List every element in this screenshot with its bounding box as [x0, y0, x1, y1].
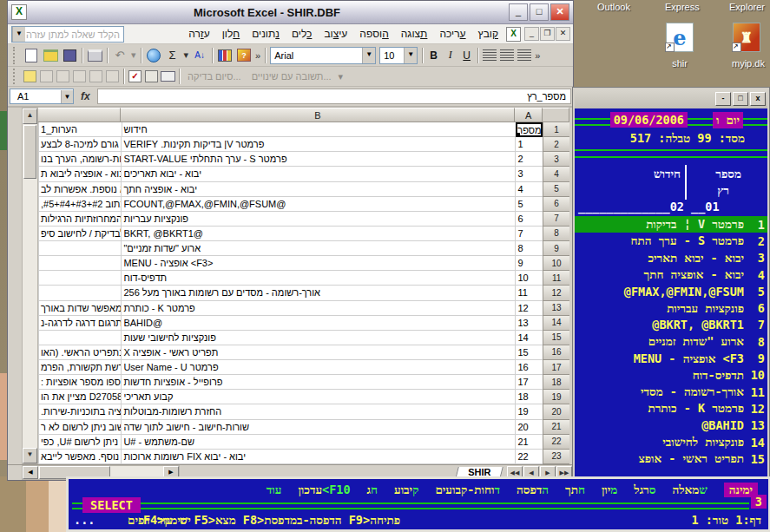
cell[interactable]: תפריט ראשי - אופציה X: [121, 345, 515, 360]
dos-list-row[interactable]: 7@BKRT, @BKRT1: [575, 317, 767, 333]
cell[interactable]: 9: [515, 256, 543, 271]
dos-list-row[interactable]: 1פרמטר V ¦ בדיקות: [575, 216, 767, 233]
column-header-b[interactable]: B: [121, 108, 515, 122]
row-header[interactable]: 8: [543, 227, 569, 241]
dos-menu-item[interactable]: חג: [367, 483, 378, 497]
cell[interactable]: [38, 256, 121, 271]
cell[interactable]: 6: [515, 212, 543, 227]
row-header[interactable]: 22: [543, 435, 569, 450]
cell[interactable]: @BAHID: [121, 316, 515, 331]
cell[interactable]: פרמטר S - ערך התחלתי START-VALUE: [121, 152, 515, 167]
send-to-mail-button[interactable]: [161, 69, 175, 84]
cell[interactable]: במקום לכתוב #2+#3+#4+#5,: [38, 197, 121, 212]
workbook-close-button[interactable]: ✕: [556, 27, 570, 41]
reply-with-changes-button[interactable]: תשובה עם שינויים...: [247, 71, 337, 82]
cell[interactable]: ארוע "שדות זמניים": [121, 241, 515, 256]
minimize-button[interactable]: _: [509, 3, 528, 21]
cell[interactable]: 20: [515, 420, 543, 435]
font-size-combo[interactable]: 10 ▼: [379, 47, 418, 64]
chevron-down-icon[interactable]: ▼: [362, 48, 375, 63]
menu-item[interactable]: נתונים: [246, 26, 286, 42]
cell[interactable]: תדפיס-דוח: [121, 271, 515, 286]
row-header[interactable]: 9: [543, 241, 569, 256]
dos-list-row[interactable]: 5@FMAX,@FMIN,@FSUM: [575, 283, 767, 299]
align-right-button[interactable]: [483, 49, 497, 61]
row-header[interactable]: 7: [543, 212, 569, 227]
cell[interactable]: 1: [515, 137, 543, 152]
cell[interactable]: <F3> אופציה - MENU: [121, 256, 515, 271]
cell[interactable]: 12: [515, 301, 543, 316]
end-review-button[interactable]: סיום בדיקה...: [182, 71, 247, 82]
cell[interactable]: פונקציה לתרגום דרגה לדרגה-נ: [38, 316, 121, 331]
dos-title-bar[interactable]: - □ x: [575, 89, 767, 108]
name-box[interactable]: A1 ▼: [10, 89, 74, 104]
workbook-minimize-button[interactable]: _: [524, 27, 539, 41]
update-file-button[interactable]: ✓: [128, 69, 142, 84]
row-header[interactable]: 18: [543, 375, 569, 390]
icon-caption-express[interactable]: Express: [665, 2, 700, 12]
scroll-up-icon[interactable]: ▲: [23, 108, 37, 124]
row-header[interactable]: 13: [543, 301, 569, 316]
cell[interactable]: פרמטר K מאפשר שדות באורך: [38, 301, 121, 316]
cell[interactable]: חידוש: [122, 122, 517, 137]
cell[interactable]: פרמטר User Name - U: [121, 360, 515, 375]
row-header[interactable]: 4: [543, 167, 569, 181]
fill-handle[interactable]: [516, 132, 521, 137]
cell[interactable]: 8: [515, 241, 543, 256]
toolbar-grip[interactable]: [13, 47, 18, 64]
menu-item[interactable]: עיצוב: [318, 26, 353, 42]
cell[interactable]: פרמטר K - כותרת: [121, 301, 515, 316]
dos-list-row[interactable]: 12פרמטר K - כותרת: [575, 400, 767, 417]
menu-item[interactable]: חלון: [216, 26, 247, 42]
font-name-combo[interactable]: Arial ▼: [270, 47, 376, 64]
cell[interactable]: @BKRT, @BKRT1: [121, 227, 515, 241]
scroll-down-icon[interactable]: ▼: [23, 448, 37, 463]
dos-list-row[interactable]: 10תדפיס-דוח: [575, 367, 767, 384]
chevron-down-icon[interactable]: ▾: [337, 71, 346, 82]
menu-item[interactable]: קובץ: [472, 26, 504, 42]
cell[interactable]: 14: [515, 331, 543, 345]
cell[interactable]: 5: [515, 197, 543, 212]
row-header[interactable]: 20: [543, 404, 569, 419]
cell[interactable]: בפרופייל נוספו מספר אופציות :: [38, 375, 121, 390]
undo-button[interactable]: ↶: [111, 47, 128, 64]
cell[interactable]: [38, 271, 121, 286]
merge-workbooks-button[interactable]: [144, 69, 159, 84]
dos-list-row[interactable]: 3יבוא - יבוא תאריכ: [575, 250, 767, 266]
bold-button[interactable]: B: [425, 47, 442, 63]
row-header[interactable]: 21: [543, 420, 569, 435]
cell[interactable]: @FCOUNT,@FMAX,@FMIN,@FSUM: [121, 197, 515, 212]
select-all-corner[interactable]: [543, 108, 569, 122]
cell[interactable]: 21: [515, 435, 543, 450]
cell[interactable]: הערות_1: [38, 122, 122, 137]
align-left-button[interactable]: [517, 49, 531, 61]
cell[interactable]: אופציה בתוכניות-שירות.: [38, 404, 121, 419]
cell[interactable]: 17: [515, 375, 543, 390]
chart-wizard-button[interactable]: [216, 47, 234, 64]
cell[interactable]: בנוסחאות D270588 מציין את הו: [38, 390, 121, 404]
cell[interactable]: אורך-רשומה - מסדים עם רשומות באורך מעל 2…: [121, 286, 515, 300]
cell[interactable]: פורמט יבוא נוסף. מאפשר לייבא: [38, 450, 121, 464]
autosum-dropdown[interactable]: ▾: [182, 49, 191, 61]
cell[interactable]: 16: [515, 360, 543, 375]
open-button[interactable]: [42, 47, 59, 64]
vertical-scrollbar[interactable]: ▲ ▼: [22, 108, 38, 464]
cell[interactable]: שורות-חישוב - חישוב לתוך שדה: [121, 420, 515, 435]
cell[interactable]: בנוסחאות ניתן לרשום #U, כפי: [38, 435, 121, 450]
workbook-restore-button[interactable]: ❐: [540, 27, 555, 41]
cell[interactable]: פונקציות לחישובי שעות: [121, 331, 515, 345]
toolbar-grip[interactable]: [13, 69, 18, 84]
chevron-down-icon[interactable]: ▼: [404, 48, 417, 63]
undo-dropdown[interactable]: ▾: [129, 49, 138, 61]
delete-comment-button[interactable]: [105, 69, 120, 84]
cell[interactable]: 3: [515, 167, 543, 181]
cell[interactable]: 4: [515, 182, 543, 197]
cell[interactable]: 10: [515, 271, 543, 286]
cell[interactable]: 19: [515, 404, 543, 419]
row-header[interactable]: 5: [543, 182, 569, 197]
cell[interactable]: שם-משתמש - #U: [121, 435, 515, 450]
dos-list-row[interactable]: 15תפריט ראשי - אופצ: [575, 450, 767, 467]
row-header[interactable]: 23: [543, 450, 569, 464]
cell[interactable]: יבוא - יבוא תאריכים: [121, 167, 515, 181]
scrollbar-thumb[interactable]: [23, 125, 36, 179]
